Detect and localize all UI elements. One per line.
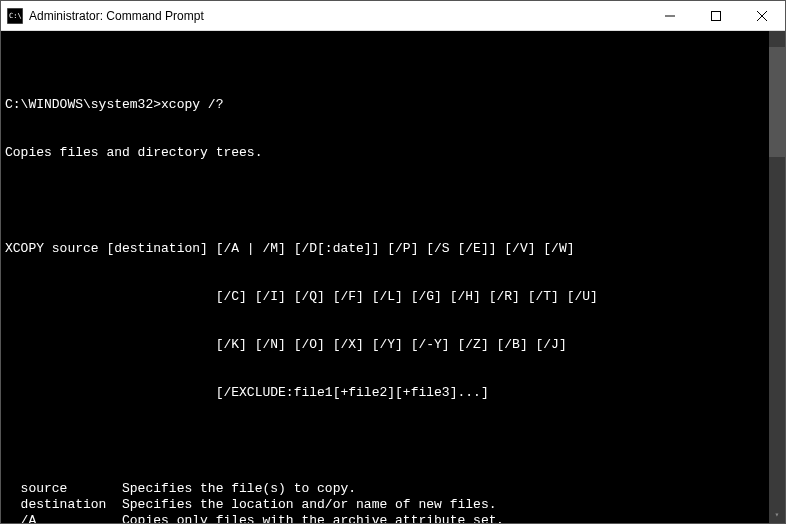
titlebar[interactable]: C:\ Administrator: Command Prompt — [1, 1, 785, 31]
svg-rect-3 — [712, 11, 721, 20]
syntax-line: [/K] [/N] [/O] [/X] [/Y] [/-Y] [/Z] [/B]… — [5, 337, 763, 353]
syntax-line: XCOPY source [destination] [/A | /M] [/D… — [5, 241, 763, 257]
cmd-icon: C:\ — [7, 8, 23, 24]
window-controls — [647, 1, 785, 30]
option-line: source Specifies the file(s) to copy. — [5, 481, 763, 497]
maximize-button[interactable] — [693, 1, 739, 30]
option-line: /A Copies only files with the archive at… — [5, 513, 763, 523]
svg-text:C:\: C:\ — [9, 12, 22, 20]
blank-line — [5, 193, 763, 209]
blank-line — [5, 433, 763, 449]
terminal-area[interactable]: C:\WINDOWS\system32>xcopy /? Copies file… — [1, 31, 785, 523]
scroll-thumb[interactable] — [769, 47, 785, 157]
minimize-button[interactable] — [647, 1, 693, 30]
option-line: destination Specifies the location and/o… — [5, 497, 763, 513]
scrollbar[interactable]: ▴ ▾ — [769, 31, 785, 523]
prompt-line: C:\WINDOWS\system32>xcopy /? — [5, 97, 763, 113]
syntax-line: [/EXCLUDE:file1[+file2][+file3]...] — [5, 385, 763, 401]
scroll-down-arrow[interactable]: ▾ — [769, 507, 785, 523]
terminal-output: C:\WINDOWS\system32>xcopy /? Copies file… — [5, 65, 781, 523]
description-line: Copies files and directory trees. — [5, 145, 763, 161]
syntax-line: [/C] [/I] [/Q] [/F] [/L] [/G] [/H] [/R] … — [5, 289, 763, 305]
window-title: Administrator: Command Prompt — [29, 9, 647, 23]
close-button[interactable] — [739, 1, 785, 30]
